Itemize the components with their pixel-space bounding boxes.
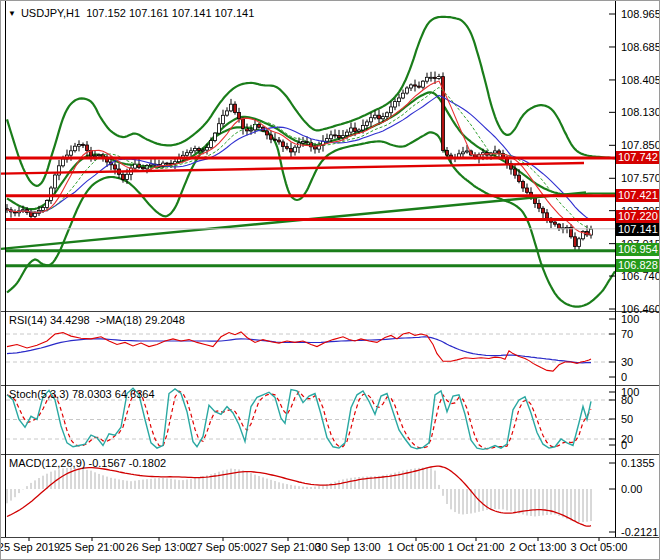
price-level-badge: 106.828 <box>616 259 660 272</box>
collapse-arrow-icon[interactable]: ▼ <box>8 9 16 18</box>
price-level-badge: 106.954 <box>616 243 660 256</box>
time-axis-label: 2 Oct 13:00 <box>510 541 567 553</box>
price-level-badge: 107.742 <box>616 151 660 164</box>
price-level-badge: 107.220 <box>616 210 660 223</box>
macd-indicator-label: MACD(12,26,9) -0.1567 -0.1802 <box>9 457 166 469</box>
macd-axis-tick-label: 0.1355 <box>621 457 655 469</box>
time-axis-label: 1 Oct 05:00 <box>388 541 445 553</box>
macd-axis-tick-label: -0.2121 <box>621 526 658 538</box>
rsi-axis-tick-label: 30 <box>621 356 633 368</box>
time-axis-label: 30 Sep 13:00 <box>315 541 380 553</box>
chart-canvas <box>1 1 660 560</box>
stoch-axis-tick-label: 50 <box>621 413 633 425</box>
price-axis-tick-label: 107.850 <box>621 139 660 151</box>
rsi-axis-tick-label: 0 <box>621 371 627 383</box>
symbol-ohlc-label: USDJPY,H1 107.152 107.161 107.141 107.14… <box>21 7 254 19</box>
price-axis-tick-label: 108.965 <box>621 8 660 20</box>
price-axis-tick-label: 107.570 <box>621 172 660 184</box>
macd-histogram <box>7 467 591 522</box>
time-axis-label: 25 Sep 21:00 <box>59 541 124 553</box>
price-level-badge: 107.421 <box>616 189 660 202</box>
stoch-axis-tick-label: 0 <box>621 439 627 451</box>
stoch-axis-tick-label: 80 <box>621 394 633 406</box>
time-axis-label: 27 Sep 21:00 <box>255 541 320 553</box>
price-axis-tick-label: 108.405 <box>621 74 660 86</box>
time-axis-label: 25 Sep 2019 <box>0 541 60 553</box>
mt4-chart-window: ▼USDJPY,H1 107.152 107.161 107.141 107.1… <box>0 0 660 560</box>
price-level-badge: 107.141 <box>616 223 660 236</box>
time-axis-label: 27 Sep 05:00 <box>190 541 255 553</box>
rsi-axis-tick-label: 100 <box>621 313 639 325</box>
price-axis-tick-label: 108.685 <box>621 41 660 53</box>
rsi-line <box>7 332 591 371</box>
rsi-axis-tick-label: 70 <box>621 328 633 340</box>
rsi-indicator-label: RSI(14) 34.4298 ->MA(18) 29.2048 <box>9 314 185 326</box>
time-axis-label: 1 Oct 21:00 <box>448 541 505 553</box>
time-axis-label: 26 Sep 13:00 <box>126 541 191 553</box>
time-axis-label: 3 Oct 05:00 <box>571 541 628 553</box>
chart-header: ▼USDJPY,H1 107.152 107.161 107.141 107.1… <box>8 7 254 19</box>
price-axis-tick-label: 108.130 <box>621 106 660 118</box>
stoch-indicator-label: Stoch(5,3,3) 78.0303 64.6364 <box>9 388 155 400</box>
macd-axis-tick-label: 0.00 <box>621 483 642 495</box>
